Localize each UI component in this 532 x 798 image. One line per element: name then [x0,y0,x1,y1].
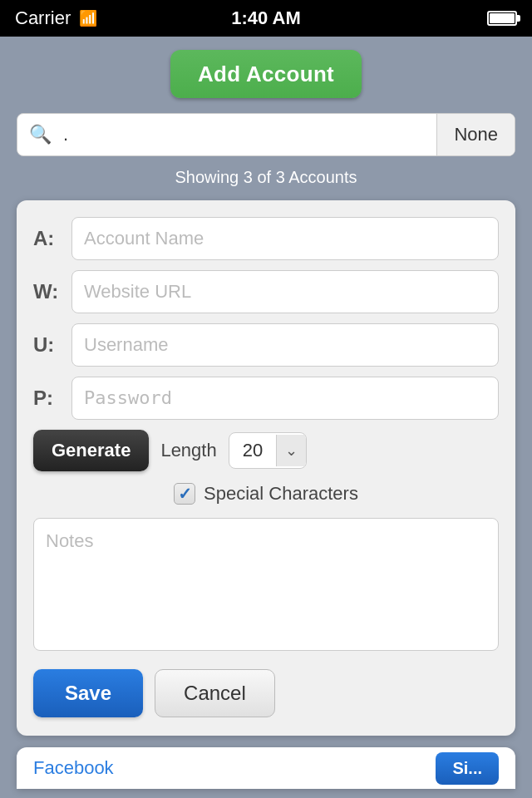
search-icon: 🔍 [17,124,63,145]
special-chars-checkbox[interactable]: ✓ [174,483,195,505]
status-left: Carrier 📶 [15,7,97,29]
search-bar: 🔍 None [17,113,515,156]
account-name-input[interactable] [71,217,499,260]
length-select-wrap: 20 ⌄ [229,432,307,469]
password-label: P: [33,387,71,410]
generate-button[interactable]: Generate [33,430,149,471]
save-button[interactable]: Save [33,669,143,717]
search-none-button[interactable]: None [436,114,515,155]
account-name-label: A: [33,227,71,250]
website-url-row: W: [33,270,499,313]
username-label: U: [33,333,71,357]
username-input[interactable] [71,323,499,367]
carrier-label: Carrier [15,7,71,29]
status-right [487,11,517,26]
status-bar: Carrier 📶 1:40 AM [0,0,532,37]
add-account-button[interactable]: Add Account [170,50,362,98]
peek-card-label: Facebook [33,757,114,779]
checkmark-icon: ✓ [178,485,192,502]
special-chars-checkbox-wrap[interactable]: ✓ [174,483,195,505]
bottom-peek-card: Facebook Si... [17,747,515,789]
main-content: Add Account 🔍 None Showing 3 of 3 Accoun… [0,37,532,798]
username-row: U: [33,323,499,367]
generate-row: Generate Length 20 ⌄ [33,430,499,471]
notes-textarea[interactable] [33,518,499,651]
website-label: W: [33,280,71,303]
length-value: 20 [229,433,276,468]
password-row: P: [33,377,499,420]
account-name-row: A: [33,217,499,260]
website-url-input[interactable] [71,270,499,313]
peek-card-button[interactable]: Si... [436,752,499,785]
special-chars-label: Special Characters [204,483,358,505]
showing-count-label: Showing 3 of 3 Accounts [17,168,515,187]
length-label: Length [160,440,216,461]
time-label: 1:40 AM [231,7,301,29]
cancel-button[interactable]: Cancel [155,669,275,717]
add-account-form: A: W: U: P: Generate Length 20 ⌄ [17,200,515,736]
battery-icon [487,11,517,26]
form-buttons: Save Cancel [33,669,499,717]
special-chars-row: ✓ Special Characters [33,483,499,505]
length-chevron-icon[interactable]: ⌄ [276,435,306,466]
password-input[interactable] [71,377,499,420]
search-input[interactable] [63,124,436,145]
wifi-icon: 📶 [79,9,97,27]
